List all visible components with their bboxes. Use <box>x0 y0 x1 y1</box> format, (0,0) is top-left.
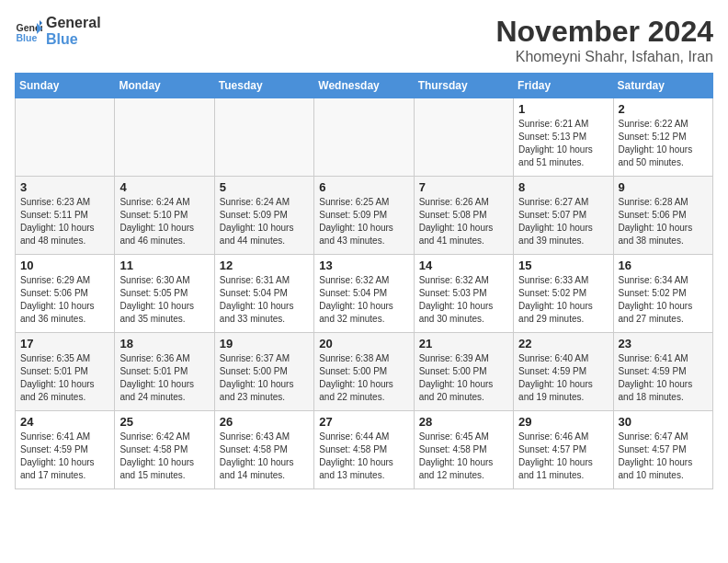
calendar-cell: 12 Sunrise: 6:31 AM Sunset: 5:04 PM Dayl… <box>214 255 313 333</box>
calendar-cell <box>214 98 313 177</box>
day-info: Sunrise: 6:46 AM Sunset: 4:57 PM Dayligh… <box>518 431 608 482</box>
sunset-label: Sunset: 4:59 PM <box>619 366 687 376</box>
day-number: 6 <box>319 180 408 194</box>
day-info: Sunrise: 6:24 AM Sunset: 5:10 PM Dayligh… <box>119 196 209 247</box>
daylight-label: Daylight: 10 hours and 12 minutes. <box>419 457 494 480</box>
sunrise-label: Sunrise: 6:29 AM <box>20 275 90 285</box>
calendar-cell: 18 Sunrise: 6:36 AM Sunset: 5:01 PM Dayl… <box>115 333 214 411</box>
calendar-cell: 26 Sunrise: 6:43 AM Sunset: 4:58 PM Dayl… <box>214 411 313 489</box>
day-info: Sunrise: 6:24 AM Sunset: 5:09 PM Dayligh… <box>220 196 309 247</box>
sunrise-label: Sunrise: 6:45 AM <box>419 431 489 442</box>
calendar-cell: 16 Sunrise: 6:34 AM Sunset: 5:02 PM Dayl… <box>613 255 712 333</box>
day-number: 19 <box>220 337 309 350</box>
day-number: 4 <box>119 180 209 194</box>
logo: General Blue General Blue <box>15 15 101 47</box>
week-row-1: 1 Sunrise: 6:21 AM Sunset: 5:13 PM Dayli… <box>16 98 713 177</box>
calendar-cell: 23 Sunrise: 6:41 AM Sunset: 4:59 PM Dayl… <box>613 333 712 411</box>
calendar-cell: 28 Sunrise: 6:45 AM Sunset: 4:58 PM Dayl… <box>414 411 513 489</box>
calendar-cell: 15 Sunrise: 6:33 AM Sunset: 5:02 PM Dayl… <box>514 255 613 333</box>
sunrise-label: Sunrise: 6:46 AM <box>518 431 588 442</box>
day-info: Sunrise: 6:42 AM Sunset: 4:58 PM Dayligh… <box>119 431 209 482</box>
daylight-label: Daylight: 10 hours and 33 minutes. <box>220 301 294 324</box>
sunset-label: Sunset: 4:58 PM <box>119 444 188 454</box>
sunset-label: Sunset: 5:07 PM <box>518 210 586 220</box>
day-number: 15 <box>518 259 608 272</box>
sunrise-label: Sunrise: 6:28 AM <box>619 197 688 207</box>
day-header-monday: Monday <box>115 74 214 98</box>
sunrise-label: Sunrise: 6:41 AM <box>20 431 90 442</box>
day-info: Sunrise: 6:35 AM Sunset: 5:01 PM Dayligh… <box>20 352 109 404</box>
sunset-label: Sunset: 5:01 PM <box>119 366 188 376</box>
week-row-4: 17 Sunrise: 6:35 AM Sunset: 5:01 PM Dayl… <box>16 333 713 411</box>
sunrise-label: Sunrise: 6:27 AM <box>518 197 588 207</box>
sunset-label: Sunset: 5:09 PM <box>220 210 288 220</box>
sunset-label: Sunset: 5:09 PM <box>319 210 387 220</box>
day-header-wednesday: Wednesday <box>314 74 414 98</box>
day-info: Sunrise: 6:23 AM Sunset: 5:11 PM Dayligh… <box>20 196 109 247</box>
daylight-label: Daylight: 10 hours and 50 minutes. <box>619 144 693 167</box>
day-number: 21 <box>419 337 508 350</box>
sunset-label: Sunset: 5:04 PM <box>319 288 387 298</box>
daylight-label: Daylight: 10 hours and 11 minutes. <box>518 457 593 480</box>
day-info: Sunrise: 6:27 AM Sunset: 5:07 PM Dayligh… <box>518 196 608 247</box>
sunset-label: Sunset: 5:12 PM <box>619 132 687 142</box>
daylight-label: Daylight: 10 hours and 27 minutes. <box>619 301 693 324</box>
day-info: Sunrise: 6:21 AM Sunset: 5:13 PM Dayligh… <box>518 118 608 169</box>
day-info: Sunrise: 6:36 AM Sunset: 5:01 PM Dayligh… <box>119 352 209 404</box>
sunrise-label: Sunrise: 6:33 AM <box>518 275 588 285</box>
day-header-sunday: Sunday <box>16 74 115 98</box>
sunrise-label: Sunrise: 6:35 AM <box>20 353 90 363</box>
day-number: 16 <box>619 259 708 272</box>
sunset-label: Sunset: 5:00 PM <box>220 366 288 376</box>
day-number: 17 <box>20 337 109 350</box>
calendar-cell: 6 Sunrise: 6:25 AM Sunset: 5:09 PM Dayli… <box>314 177 414 255</box>
day-info: Sunrise: 6:40 AM Sunset: 4:59 PM Dayligh… <box>518 352 608 404</box>
daylight-label: Daylight: 10 hours and 29 minutes. <box>518 301 593 324</box>
sunrise-label: Sunrise: 6:37 AM <box>220 353 290 363</box>
logo-blue-text: Blue <box>46 31 101 48</box>
daylight-label: Daylight: 10 hours and 20 minutes. <box>419 379 494 402</box>
daylight-label: Daylight: 10 hours and 19 minutes. <box>518 379 593 402</box>
sunset-label: Sunset: 4:58 PM <box>319 444 387 454</box>
calendar-cell: 24 Sunrise: 6:41 AM Sunset: 4:59 PM Dayl… <box>16 411 115 489</box>
day-number: 28 <box>419 415 508 429</box>
sunset-label: Sunset: 5:02 PM <box>619 288 687 298</box>
day-info: Sunrise: 6:31 AM Sunset: 5:04 PM Dayligh… <box>220 274 309 326</box>
day-info: Sunrise: 6:28 AM Sunset: 5:06 PM Dayligh… <box>619 196 708 247</box>
day-info: Sunrise: 6:37 AM Sunset: 5:00 PM Dayligh… <box>220 352 309 404</box>
sunset-label: Sunset: 4:57 PM <box>619 444 687 454</box>
day-number: 22 <box>518 337 608 350</box>
day-info: Sunrise: 6:41 AM Sunset: 4:59 PM Dayligh… <box>20 431 109 482</box>
day-number: 18 <box>119 337 209 350</box>
day-number: 25 <box>119 415 209 429</box>
day-number: 8 <box>518 180 608 194</box>
sunrise-label: Sunrise: 6:39 AM <box>419 353 489 363</box>
sunrise-label: Sunrise: 6:34 AM <box>619 275 688 285</box>
week-row-5: 24 Sunrise: 6:41 AM Sunset: 4:59 PM Dayl… <box>16 411 713 489</box>
day-info: Sunrise: 6:25 AM Sunset: 5:09 PM Dayligh… <box>319 196 408 247</box>
day-number: 9 <box>619 180 708 194</box>
sunrise-label: Sunrise: 6:41 AM <box>619 353 688 363</box>
daylight-label: Daylight: 10 hours and 43 minutes. <box>319 223 393 246</box>
sunrise-label: Sunrise: 6:23 AM <box>20 197 90 207</box>
daylight-label: Daylight: 10 hours and 51 minutes. <box>518 144 593 167</box>
sunset-label: Sunset: 5:11 PM <box>20 210 88 220</box>
week-row-3: 10 Sunrise: 6:29 AM Sunset: 5:06 PM Dayl… <box>16 255 713 333</box>
sunset-label: Sunset: 5:00 PM <box>419 366 487 376</box>
sunrise-label: Sunrise: 6:40 AM <box>518 353 588 363</box>
sunset-label: Sunset: 4:59 PM <box>518 366 586 376</box>
calendar-cell <box>314 98 414 177</box>
day-header-tuesday: Tuesday <box>214 74 313 98</box>
daylight-label: Daylight: 10 hours and 26 minutes. <box>20 379 95 402</box>
sunset-label: Sunset: 5:06 PM <box>619 210 687 220</box>
daylight-label: Daylight: 10 hours and 18 minutes. <box>619 379 693 402</box>
calendar-cell: 13 Sunrise: 6:32 AM Sunset: 5:04 PM Dayl… <box>314 255 414 333</box>
daylight-label: Daylight: 10 hours and 15 minutes. <box>119 457 194 480</box>
sunrise-label: Sunrise: 6:24 AM <box>220 197 290 207</box>
sunset-label: Sunset: 5:01 PM <box>20 366 88 376</box>
day-number: 5 <box>220 180 309 194</box>
day-info: Sunrise: 6:41 AM Sunset: 4:59 PM Dayligh… <box>619 352 708 404</box>
calendar-cell: 8 Sunrise: 6:27 AM Sunset: 5:07 PM Dayli… <box>514 177 613 255</box>
day-info: Sunrise: 6:34 AM Sunset: 5:02 PM Dayligh… <box>619 274 708 326</box>
sunrise-label: Sunrise: 6:32 AM <box>319 275 389 285</box>
